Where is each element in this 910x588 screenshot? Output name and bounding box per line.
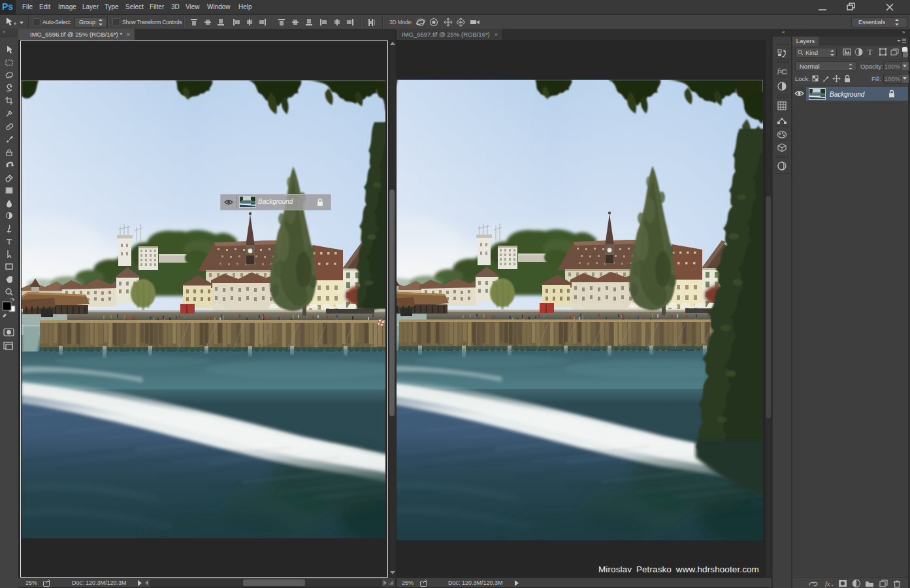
svg-text:fx: fx [777, 67, 783, 74]
svg-text:T: T [868, 48, 873, 57]
svg-text:T: T [7, 237, 12, 246]
svg-text:fx: fx [825, 580, 830, 587]
